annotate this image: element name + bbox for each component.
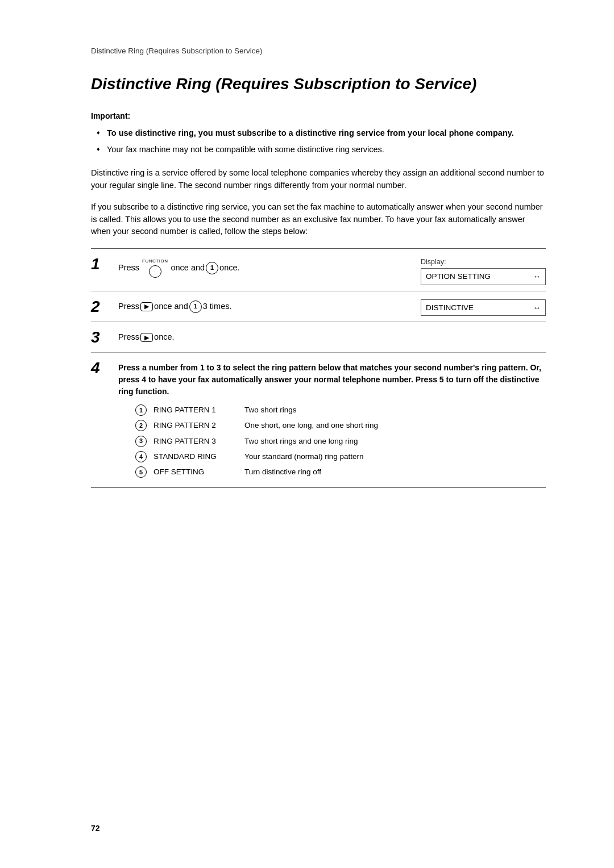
ring-pattern-name-1: RING PATTERN 1 — [154, 404, 244, 416]
ring-num-4: 4 — [135, 451, 147, 462]
ring-pattern-row-5: 5 OFF SETTING Turn distinctive ring off — [135, 466, 546, 478]
step4-text: Press a number from 1 to 3 to select the… — [118, 362, 546, 398]
step2-times-label: 3 times. — [203, 301, 232, 313]
func-label-text: FUNCTION — [142, 258, 168, 265]
ring-pattern-row-1: 1 RING PATTERN 1 Two short rings — [135, 404, 546, 416]
ring-pattern-name-2: RING PATTERN 2 — [154, 420, 244, 431]
body-text-2: If you subscribe to a distinctive ring s… — [91, 201, 546, 238]
display-box-1: OPTION SETTING ↔ — [421, 268, 546, 285]
list-item: To use distinctive ring, you must subscr… — [97, 127, 546, 139]
step-row-4: 4 Press a number from 1 to 3 to select t… — [91, 353, 546, 487]
ring-pattern-desc-5: Turn distinctive ring off — [244, 466, 321, 478]
step-inline-3: Press ▶ once. — [118, 331, 421, 344]
step3-arrow-btn: ▶ — [140, 333, 153, 342]
ring-pattern-desc-3: Two short rings and one long ring — [244, 436, 358, 447]
step2-press-label: Press — [118, 301, 139, 313]
display-arrows-2: ↔ — [533, 302, 541, 314]
step2-arrow-btn: ▶ — [140, 302, 153, 311]
ring-pattern-name-3: RING PATTERN 3 — [154, 436, 244, 447]
step-number-3: 3 — [91, 328, 114, 347]
ring-patterns-list: 1 RING PATTERN 1 Two short rings 2 RING … — [118, 404, 546, 478]
step-inline-2: Press ▶ once and 1 3 times. — [118, 301, 421, 313]
body-text-1: Distinctive ring is a service offered by… — [91, 167, 546, 192]
step2-btn2: 1 — [189, 301, 202, 313]
function-button: FUNCTION — [142, 258, 168, 278]
page-number: 72 — [91, 823, 100, 834]
step2-display: DISTINCTIVE ↔ — [421, 297, 546, 316]
ring-pattern-name-4: STANDARD RING — [154, 451, 244, 462]
step-row-1: 1 Press FUNCTION once and 1 once. Displa… — [91, 249, 546, 291]
step-row-2: 2 Press ▶ once and 1 3 times. DISTINCTIV… — [91, 291, 546, 323]
display-text-2: DISTINCTIVE — [426, 302, 474, 314]
step1-once-and: once and — [171, 262, 205, 274]
func-circle-icon — [149, 265, 161, 278]
ring-num-2: 2 — [135, 420, 147, 431]
bullet-list: To use distinctive ring, you must subscr… — [91, 127, 546, 156]
ring-pattern-desc-4: Your standard (normal) ring pattern — [244, 451, 364, 462]
step-content-1: Press FUNCTION once and 1 once. — [118, 254, 421, 278]
step-content-4: Press a number from 1 to 3 to select the… — [118, 358, 546, 482]
step1-press-label: Press — [118, 262, 139, 274]
important-label: Important: — [91, 110, 546, 122]
step-content-3: Press ▶ once. — [118, 328, 421, 344]
display-arrows-1: ↔ — [533, 271, 541, 282]
step-content-2: Press ▶ once and 1 3 times. — [118, 297, 421, 313]
steps-table: 1 Press FUNCTION once and 1 once. Displa… — [91, 248, 546, 488]
step1-display: Display: OPTION SETTING ↔ — [421, 254, 546, 285]
ring-pattern-row-3: 3 RING PATTERN 3 Two short rings and one… — [135, 436, 546, 447]
list-item: Your fax machine may not be compatible w… — [97, 144, 546, 156]
display-text-1: OPTION SETTING — [426, 271, 491, 282]
step1-btn2: 1 — [206, 262, 218, 274]
display-label: Display: — [421, 257, 546, 267]
step3-display — [421, 328, 546, 330]
step-number-2: 2 — [91, 297, 114, 316]
step-number-1: 1 — [91, 254, 114, 273]
step3-once-label: once. — [154, 331, 174, 344]
step-number-4: 4 — [91, 358, 114, 377]
ring-num-1: 1 — [135, 404, 147, 416]
step-inline-1: Press FUNCTION once and 1 once. — [118, 258, 421, 278]
ring-num-3: 3 — [135, 436, 147, 447]
display-box-2: DISTINCTIVE ↔ — [421, 299, 546, 316]
step-row-3: 3 Press ▶ once. — [91, 322, 546, 353]
step1-once-label: once. — [219, 262, 239, 274]
step3-press-label: Press — [118, 331, 139, 344]
breadcrumb: Distinctive Ring (Requires Subscription … — [91, 45, 546, 57]
ring-pattern-row-4: 4 STANDARD RING Your standard (normal) r… — [135, 451, 546, 462]
page: Distinctive Ring (Requires Subscription … — [0, 0, 614, 868]
ring-pattern-row-2: 2 RING PATTERN 2 One short, one long, an… — [135, 420, 546, 431]
step2-once-and: once and — [154, 301, 188, 313]
page-title: Distinctive Ring (Requires Subscription … — [91, 74, 546, 94]
ring-pattern-desc-1: Two short rings — [244, 404, 297, 416]
ring-pattern-desc-2: One short, one long, and one short ring — [244, 420, 378, 431]
ring-num-5: 5 — [135, 466, 147, 478]
ring-pattern-name-5: OFF SETTING — [154, 466, 244, 478]
